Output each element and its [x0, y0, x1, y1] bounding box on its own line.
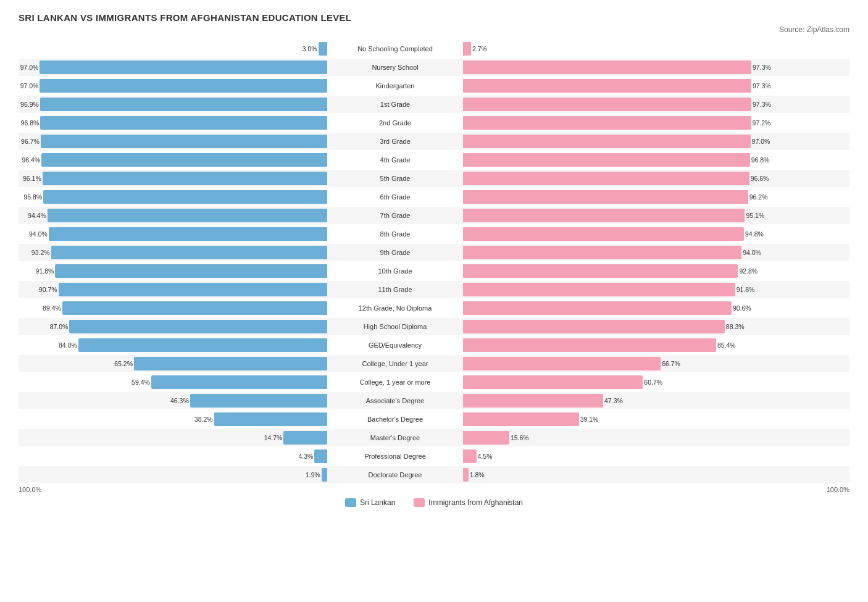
right-section: 92.8% [463, 262, 772, 280]
left-section: 38.2% [19, 411, 327, 428]
right-section: 66.7% [463, 355, 772, 372]
bar-left: 97.0% [40, 79, 327, 93]
left-section: 94.0% [19, 225, 327, 243]
bar-right-label: 92.8% [739, 267, 757, 275]
bar-right-label: 90.6% [733, 304, 751, 312]
right-section: 97.3% [463, 77, 772, 94]
bar-row: 97.0% Kindergarten 97.3% [19, 77, 849, 94]
bar-left-label: 94.4% [28, 212, 46, 219]
right-section: 15.6% [463, 429, 772, 446]
bar-category-label: GED/Equivalency [327, 341, 463, 349]
bar-row: 94.4% 7th Grade 95.1% [19, 207, 849, 224]
bar-left: 97.0% [40, 61, 327, 74]
bar-right: 97.2% [463, 116, 751, 130]
left-section: 95.8% [19, 188, 327, 206]
bar-right-label: 96.2% [749, 193, 768, 201]
bar-left-label: 14.7% [264, 434, 283, 441]
bar-left-label: 3.0% [303, 45, 317, 52]
right-section: 97.0% [463, 133, 772, 150]
bar-right: 96.8% [463, 153, 750, 167]
bar-right-label: 47.3% [604, 397, 623, 404]
bar-left: 84.0% [78, 338, 327, 352]
bar-left-label: 91.8% [36, 267, 54, 275]
bar-left-label: 90.7% [39, 286, 57, 293]
left-section: 87.0% [19, 318, 327, 335]
left-section: 4.3% [19, 448, 327, 465]
bar-right-label: 39.1% [580, 416, 599, 423]
bar-left: 1.9% [322, 468, 327, 482]
right-section: 97.2% [463, 114, 772, 132]
bar-category-label: Doctorate Degree [327, 471, 463, 479]
bar-row: 89.4% 12th Grade, No Diploma 90.6% [19, 299, 849, 317]
bar-category-label: 2nd Grade [327, 119, 463, 127]
legend: Sri Lankan Immigrants from Afghanistan [19, 498, 849, 507]
bar-row: 1.9% Doctorate Degree 1.8% [19, 466, 849, 483]
bar-category-label: Associate's Degree [327, 397, 463, 404]
bar-right: 91.8% [463, 283, 735, 296]
bar-right-label: 2.7% [472, 45, 487, 52]
right-section: 60.7% [463, 374, 772, 391]
legend-color-left [345, 498, 356, 507]
bar-right: 88.3% [463, 320, 725, 333]
bar-right-label: 1.8% [470, 471, 485, 479]
bar-category-label: 10th Grade [327, 267, 463, 275]
bar-right: 47.3% [463, 394, 603, 408]
bar-left: 91.8% [55, 264, 327, 278]
bar-left-label: 96.8% [21, 119, 40, 127]
bar-category-label: High School Diploma [327, 323, 463, 330]
bar-row: 96.4% 4th Grade 96.8% [19, 151, 849, 169]
right-section: 2.7% [463, 40, 772, 57]
bar-category-label: Professional Degree [327, 453, 463, 460]
bar-left-label: 84.0% [59, 341, 77, 349]
bar-left: 94.4% [48, 209, 327, 222]
bar-right: 96.6% [463, 172, 749, 185]
bar-left-label: 65.2% [114, 360, 133, 367]
bar-row: 91.8% 10th Grade 92.8% [19, 262, 849, 280]
right-section: 97.3% [463, 96, 772, 113]
chart-title: SRI LANKAN VS IMMIGRANTS FROM AFGHANISTA… [19, 12, 849, 23]
bar-category-label: No Schooling Completed [327, 45, 463, 52]
bar-row: 65.2% College, Under 1 year 66.7% [19, 355, 849, 372]
left-section: 89.4% [19, 299, 327, 317]
bar-left-label: 96.1% [23, 175, 41, 182]
bar-left-label: 4.3% [298, 453, 313, 460]
bar-row: 87.0% High School Diploma 88.3% [19, 318, 849, 335]
bar-left-label: 96.4% [22, 156, 41, 164]
bar-right: 97.0% [463, 135, 751, 148]
bar-left-label: 93.2% [31, 249, 50, 256]
bar-left: 96.9% [40, 98, 327, 111]
legend-color-right [414, 498, 425, 507]
bar-right-label: 97.3% [753, 101, 771, 108]
bar-row: 93.2% 9th Grade 94.0% [19, 244, 849, 261]
bar-row: 4.3% Professional Degree 4.5% [19, 448, 849, 465]
right-section: 4.5% [463, 448, 772, 465]
left-section: 96.9% [19, 96, 327, 113]
bar-right-label: 97.3% [753, 82, 771, 90]
right-section: 96.8% [463, 151, 772, 169]
bar-left: 94.0% [49, 227, 327, 241]
bar-left-label: 96.7% [21, 138, 40, 145]
bar-left-label: 59.4% [131, 378, 150, 386]
left-section: 91.8% [19, 262, 327, 280]
bar-category-label: 1st Grade [327, 101, 463, 108]
bar-category-label: 8th Grade [327, 230, 463, 238]
bar-right-label: 96.8% [751, 156, 770, 164]
bar-left: 3.0% [319, 42, 327, 56]
legend-label-right: Immigrants from Afghanistan [428, 498, 523, 507]
bar-row: 96.1% 5th Grade 96.6% [19, 170, 849, 187]
bar-row: 96.7% 3rd Grade 97.0% [19, 133, 849, 150]
left-section: 65.2% [19, 355, 327, 372]
bar-left: 96.7% [41, 135, 327, 148]
bar-right-label: 97.2% [753, 119, 771, 127]
legend-item-left: Sri Lankan [345, 498, 395, 507]
bar-right-label: 85.4% [717, 341, 736, 349]
bar-right: 97.3% [463, 98, 751, 111]
bar-right: 97.3% [463, 79, 751, 93]
bar-right-label: 96.6% [751, 175, 769, 182]
left-section: 97.0% [19, 59, 327, 76]
bar-right: 4.5% [463, 449, 477, 463]
bar-right-label: 60.7% [644, 378, 662, 386]
bar-left-label: 1.9% [306, 471, 320, 479]
bar-left: 59.4% [151, 375, 327, 389]
left-section: 90.7% [19, 281, 327, 298]
